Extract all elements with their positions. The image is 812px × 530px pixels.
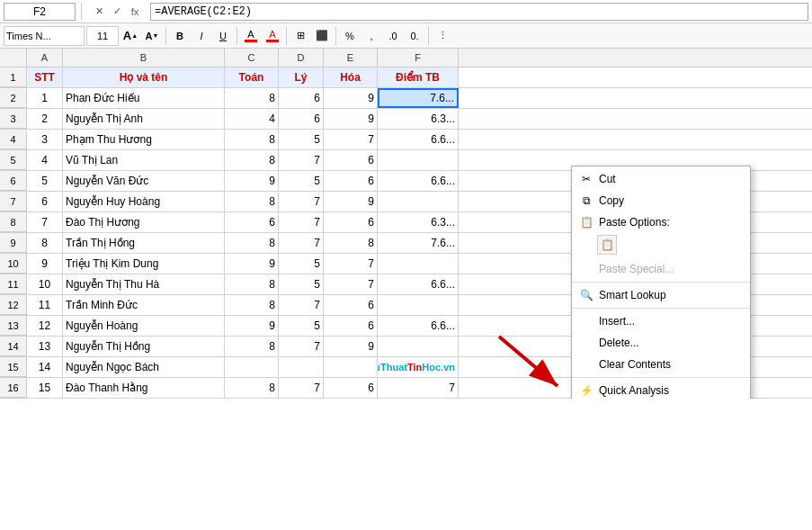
- cell-E13[interactable]: 6: [324, 316, 378, 336]
- confirm-formula-btn[interactable]: ✓: [109, 4, 125, 20]
- cell-D16[interactable]: 7: [279, 378, 324, 398]
- cell-F8[interactable]: 6.3...: [378, 212, 459, 232]
- cell-D5[interactable]: 7: [279, 150, 324, 170]
- cell-E9[interactable]: 8: [324, 233, 378, 253]
- cell-C12[interactable]: 8: [225, 295, 279, 315]
- cell-C7[interactable]: 8: [225, 192, 279, 211]
- cell-D9[interactable]: 7: [279, 233, 324, 253]
- cell-D10[interactable]: 5: [279, 254, 324, 274]
- cell-C8[interactable]: 6: [225, 212, 279, 232]
- cell-B9[interactable]: Trần Thị Hồng: [63, 233, 225, 253]
- cell-C9[interactable]: 8: [225, 233, 279, 253]
- cell-A3[interactable]: 2: [27, 109, 63, 129]
- cell-E15[interactable]: [324, 357, 378, 377]
- cell-E3[interactable]: 9: [324, 109, 378, 129]
- cell-B5[interactable]: Vũ Thị Lan: [63, 150, 225, 170]
- comma-btn[interactable]: ,: [361, 26, 381, 46]
- cell-A9[interactable]: 8: [27, 233, 63, 253]
- cell-F13[interactable]: 6.6...: [378, 316, 459, 336]
- cell-D2[interactable]: 6: [279, 88, 324, 108]
- ctx-clear-contents[interactable]: Clear Contents: [572, 354, 750, 375]
- cell-D14[interactable]: 7: [279, 337, 324, 356]
- italic-btn[interactable]: I: [192, 26, 211, 46]
- font-color-btn[interactable]: A: [263, 26, 282, 46]
- cell-C1[interactable]: Toán: [225, 67, 279, 87]
- cell-E6[interactable]: 6: [324, 171, 378, 191]
- col-header-F[interactable]: F: [378, 49, 459, 67]
- cell-D11[interactable]: 5: [279, 274, 324, 294]
- ctx-insert[interactable]: Insert...: [572, 310, 750, 332]
- cell-A8[interactable]: 7: [27, 212, 63, 232]
- cell-C2[interactable]: 8: [225, 88, 279, 108]
- cell-A14[interactable]: 13: [27, 337, 63, 356]
- merge-btn[interactable]: ⬛: [312, 26, 332, 46]
- cell-C14[interactable]: 8: [225, 337, 279, 356]
- cell-F6[interactable]: 6.6...: [378, 171, 459, 191]
- decrease-decimal-btn[interactable]: 0.: [405, 26, 424, 46]
- ctx-copy[interactable]: ⧉ Copy: [572, 190, 750, 211]
- cell-A10[interactable]: 9: [27, 254, 63, 274]
- cell-D15[interactable]: [279, 357, 324, 377]
- fill-color-btn[interactable]: A: [241, 26, 261, 46]
- cell-A6[interactable]: 5: [27, 171, 63, 191]
- cell-C4[interactable]: 8: [225, 130, 279, 149]
- cell-A4[interactable]: 3: [27, 130, 63, 149]
- cell-C16[interactable]: 8: [225, 378, 279, 398]
- cell-D3[interactable]: 6: [279, 109, 324, 129]
- cell-B12[interactable]: Trần Minh Đức: [63, 295, 225, 315]
- ctx-paste-special[interactable]: Paste Special...: [572, 258, 750, 280]
- increase-font-btn[interactable]: A▲: [120, 26, 140, 46]
- cell-B4[interactable]: Phạm Thu Hương: [63, 130, 225, 149]
- cell-B10[interactable]: Triệu Thị Kim Dung: [63, 254, 225, 274]
- cell-D12[interactable]: 7: [279, 295, 324, 315]
- cell-E1[interactable]: Hóa: [324, 67, 378, 87]
- cell-A2[interactable]: 1: [27, 88, 63, 108]
- cell-E7[interactable]: 9: [324, 192, 378, 211]
- cell-D7[interactable]: 7: [279, 192, 324, 211]
- insert-function-btn[interactable]: fx: [127, 4, 143, 20]
- paste-option-btn-1[interactable]: 📋: [597, 235, 617, 255]
- cell-B1[interactable]: Họ và tên: [63, 67, 225, 87]
- cell-A16[interactable]: 15: [27, 378, 63, 398]
- cell-E11[interactable]: 7: [324, 274, 378, 294]
- more-options-btn[interactable]: ⋮: [433, 26, 452, 46]
- cell-F9[interactable]: 7.6...: [378, 233, 459, 253]
- cell-B8[interactable]: Đào Thị Hương: [63, 212, 225, 232]
- cell-C13[interactable]: 9: [225, 316, 279, 336]
- increase-decimal-btn[interactable]: .0: [383, 26, 403, 46]
- ctx-quick-analysis[interactable]: ⚡ Quick Analysis: [572, 380, 750, 399]
- cell-F10[interactable]: [378, 254, 459, 274]
- cell-C5[interactable]: 8: [225, 150, 279, 170]
- cell-B15[interactable]: Nguyễn Ngọc Bách: [63, 357, 225, 377]
- name-box[interactable]: F2: [4, 3, 76, 21]
- cell-F12[interactable]: [378, 295, 459, 315]
- cell-D13[interactable]: 5: [279, 316, 324, 336]
- col-header-A[interactable]: A: [27, 49, 63, 67]
- borders-btn[interactable]: ⊞: [290, 26, 310, 46]
- cell-A15[interactable]: 14: [27, 357, 63, 377]
- font-size-input[interactable]: [86, 26, 119, 46]
- formula-input[interactable]: [150, 3, 808, 21]
- cell-B2[interactable]: Phan Đức Hiếu: [63, 88, 225, 108]
- bold-btn[interactable]: B: [170, 26, 190, 46]
- cell-F14[interactable]: [378, 337, 459, 356]
- percent-btn[interactable]: %: [340, 26, 360, 46]
- cell-C3[interactable]: 4: [225, 109, 279, 129]
- cell-B3[interactable]: Nguyễn Thị Anh: [63, 109, 225, 129]
- underline-btn[interactable]: U: [213, 26, 233, 46]
- cell-A13[interactable]: 12: [27, 316, 63, 336]
- cell-E12[interactable]: 6: [324, 295, 378, 315]
- cell-C10[interactable]: 9: [225, 254, 279, 274]
- ctx-delete[interactable]: Delete...: [572, 332, 750, 354]
- cell-E8[interactable]: 6: [324, 212, 378, 232]
- cell-F16[interactable]: 7: [378, 378, 459, 398]
- cell-D8[interactable]: 7: [279, 212, 324, 232]
- cell-E16[interactable]: 6: [324, 378, 378, 398]
- font-name-input[interactable]: [4, 26, 85, 46]
- cancel-formula-btn[interactable]: ✕: [91, 4, 107, 20]
- cell-B11[interactable]: Nguyễn Thị Thu Hà: [63, 274, 225, 294]
- cell-F4[interactable]: 6.6...: [378, 130, 459, 149]
- cell-D1[interactable]: Lý: [279, 67, 324, 87]
- cell-F7[interactable]: [378, 192, 459, 211]
- cell-B16[interactable]: Đào Thanh Hằng: [63, 378, 225, 398]
